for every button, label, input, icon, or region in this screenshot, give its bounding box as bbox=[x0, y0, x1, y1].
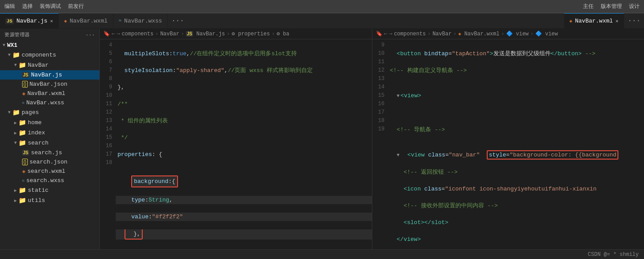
rcode-line-14: <!-- 返回按钮 --> bbox=[388, 168, 644, 176]
more-tabs-right[interactable]: ··· bbox=[624, 17, 644, 25]
sidebar-project-root[interactable]: ▼ WX1 bbox=[0, 41, 99, 50]
sidebar-item-static[interactable]: ▶ 📁 static bbox=[0, 185, 99, 195]
sidebar-item-utils[interactable]: ▶ 📁 utils bbox=[0, 195, 99, 206]
bc-right-3: ◈ NavBar.wxml bbox=[458, 31, 500, 37]
chevron-pages-icon: ▼ bbox=[8, 110, 11, 115]
sidebar-item-navbar-wxss[interactable]: ≈ NavBar.wxss bbox=[0, 98, 99, 107]
menu-select[interactable]: 选择 bbox=[22, 3, 33, 10]
tab-label-navbar-js: NavBar.js bbox=[16, 18, 47, 24]
sidebar-item-index[interactable]: ▶ 📁 index bbox=[0, 128, 99, 138]
search-js-label: search.js bbox=[31, 149, 62, 156]
rcode-line-12: <!-- 导航条 --> bbox=[388, 126, 644, 134]
sidebar-item-search[interactable]: ▼ 📁 search bbox=[0, 138, 99, 148]
bc-right-forward[interactable]: → bbox=[389, 31, 392, 37]
rcode-line-13: ▼ <view class="nav_bar" style="backgroun… bbox=[388, 142, 644, 160]
sidebar-item-search-js[interactable]: JS search.js bbox=[0, 148, 99, 157]
menu-debug[interactable]: 装饰调试 bbox=[40, 3, 61, 10]
more-tabs-left[interactable]: ··· bbox=[168, 17, 188, 25]
editor-body-left[interactable]: 4 5 6 7 8 9 10 11 12 13 14 15 16 17 bbox=[100, 39, 372, 249]
bc-rsep2: › bbox=[453, 31, 456, 37]
code-line-8: * 组件的属性列表 bbox=[116, 117, 372, 125]
navbar-wxml-label: NavBar.wxml bbox=[27, 90, 65, 97]
menu-release[interactable]: 前发行 bbox=[68, 3, 84, 10]
js-file-icon: JS bbox=[5, 18, 14, 24]
line-numbers-right: 9 10 11 12 13 14 15 16 17 18 19 bbox=[372, 39, 388, 249]
code-line-4: multipleSlots:true,//在组件定义时的选项中启用多slot支持 bbox=[116, 50, 372, 58]
bc-right-bookmark[interactable]: 🔖 bbox=[376, 30, 383, 37]
bc-left-1: components bbox=[121, 31, 153, 37]
bc-left-4: ⚙ properties bbox=[232, 30, 270, 37]
sidebar-header[interactable]: 资源管理器 ··· bbox=[0, 29, 99, 41]
code-line-12: type:String, bbox=[116, 196, 372, 204]
menu-master[interactable]: 主任 bbox=[583, 3, 594, 10]
search-wxss-label: search.wxss bbox=[27, 177, 64, 184]
bc-right-back[interactable]: ← bbox=[384, 31, 387, 37]
sidebar-item-navbar-json[interactable]: {} NavBar.json bbox=[0, 80, 99, 89]
bc-left-5: ⚙ ba bbox=[277, 30, 289, 37]
code-content-left[interactable]: multipleSlots:true,//在组件定义时的选项中启用多slot支持… bbox=[116, 39, 372, 249]
search-json-label: search.json bbox=[30, 159, 68, 165]
breadcrumb-left: 🔖 ← → components › NavBar › JS NavBar.js… bbox=[100, 29, 372, 39]
editor-pane-left: 🔖 ← → components › NavBar › JS NavBar.js… bbox=[100, 29, 372, 249]
navbar-js-label: NavBar.js bbox=[31, 72, 62, 78]
sidebar-item-navbar-wxml[interactable]: ◈ NavBar.wxml bbox=[0, 89, 99, 98]
code-content-right[interactable]: <button bindtap="tapAction">发送是数据到父级组件</… bbox=[388, 39, 644, 249]
sidebar-item-search-wxss[interactable]: ≈ search.wxss bbox=[0, 176, 99, 185]
chevron-search-icon: ▼ bbox=[14, 141, 17, 145]
wxml-right-icon: ◈ bbox=[569, 18, 572, 24]
pages-label: pages bbox=[22, 109, 39, 116]
wxml-file-icon: ◈ bbox=[64, 18, 67, 24]
search-label: search bbox=[28, 140, 49, 146]
tab-navbar-wxml-right[interactable]: ◈ NavBar.wxml ✕ bbox=[564, 13, 624, 29]
navbar-js-icon: JS bbox=[22, 72, 29, 78]
wxss-file-icon: ≈ bbox=[119, 18, 122, 23]
menu-design[interactable]: 设计 bbox=[629, 3, 640, 10]
editor-body-right[interactable]: 9 10 11 12 13 14 15 16 17 18 19 <button … bbox=[372, 39, 644, 249]
tab-label-navbar-wxml-right: NavBar.wxml bbox=[575, 18, 613, 24]
code-line-9: */ bbox=[116, 133, 372, 142]
close-icon[interactable]: ✕ bbox=[50, 18, 53, 24]
rcode-line-15: <icon class="iconfont icon-shangyiyehout… bbox=[388, 185, 644, 193]
navbar-json-icon: {} bbox=[22, 81, 28, 88]
code-line-5: styleIsolation:"apply-shared",//页面 wxss … bbox=[116, 66, 372, 75]
search-js-icon: JS bbox=[22, 150, 29, 156]
sidebar-item-home[interactable]: ▶ 📁 home bbox=[0, 118, 99, 128]
project-label: WX1 bbox=[7, 42, 17, 49]
tab-navbar-wxss[interactable]: ≈ NavBar.wxss bbox=[114, 13, 168, 29]
sidebar-more-icon[interactable]: ··· bbox=[86, 32, 95, 38]
sidebar-item-search-wxml[interactable]: ◈ search.wxml bbox=[0, 167, 99, 176]
watermark-text: CSDN @= * shmily bbox=[588, 251, 639, 258]
bc-rsep1: › bbox=[428, 31, 431, 37]
rcode-line-empty bbox=[388, 109, 644, 117]
sidebar-item-components[interactable]: ▼ 📁 components bbox=[0, 50, 99, 60]
tab-label-navbar-wxml: NavBar.wxml bbox=[70, 18, 108, 24]
bc-right-2: NavBar bbox=[432, 31, 451, 37]
menu-edit[interactable]: 编辑 bbox=[4, 3, 15, 10]
search-json-icon: {} bbox=[22, 159, 28, 165]
line-numbers-left: 4 5 6 7 8 9 10 11 12 13 14 15 16 17 bbox=[100, 39, 116, 249]
bc-left-bookmark[interactable]: 🔖 bbox=[103, 30, 110, 37]
sidebar-item-navbar-js[interactable]: JS NavBar.js bbox=[0, 70, 99, 80]
folder-static-icon: 📁 bbox=[19, 187, 26, 194]
tab-navbar-js[interactable]: JS NavBar.js ✕ bbox=[0, 13, 59, 29]
chevron-down-icon: ▼ bbox=[3, 43, 5, 48]
bc-left-forward[interactable]: → bbox=[117, 31, 120, 37]
rcode-line-17: <slot></slot> bbox=[388, 218, 644, 227]
code-line-11: background:{ bbox=[116, 167, 372, 187]
top-menu-bar: 编辑 选择 装饰调试 前发行 主任 版本管理 设计 bbox=[0, 0, 644, 13]
folder-search-icon: 📁 bbox=[19, 139, 26, 147]
sidebar-item-pages[interactable]: ▼ 📁 pages bbox=[0, 107, 99, 118]
utils-label: utils bbox=[28, 197, 45, 204]
static-label: static bbox=[28, 187, 49, 194]
close-right-icon[interactable]: ✕ bbox=[616, 18, 619, 24]
bc-rsep4: › bbox=[530, 31, 534, 37]
code-line-6: }, bbox=[116, 83, 372, 91]
code-area-right: 9 10 11 12 13 14 15 16 17 18 19 <button … bbox=[372, 39, 644, 249]
menu-version[interactable]: 版本管理 bbox=[601, 3, 622, 10]
sidebar-item-navbar[interactable]: ▼ 📁 NavBar bbox=[0, 60, 99, 70]
code-line-7: /** bbox=[116, 100, 372, 108]
tab-navbar-wxml-left[interactable]: ◈ NavBar.wxml bbox=[59, 13, 113, 29]
components-label: components bbox=[22, 52, 56, 58]
bc-left-back[interactable]: ← bbox=[112, 31, 115, 37]
sidebar-item-search-json[interactable]: {} search.json bbox=[0, 157, 99, 167]
